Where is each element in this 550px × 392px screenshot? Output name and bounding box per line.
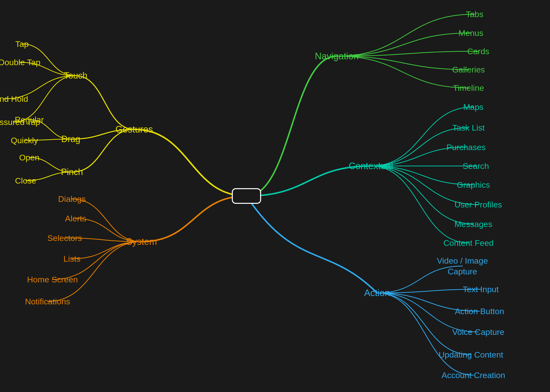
node-label: Drag bbox=[61, 134, 80, 144]
node-label: Maps bbox=[463, 102, 483, 112]
node-label: Lists bbox=[63, 254, 81, 264]
node-label: User Profiles bbox=[455, 200, 502, 209]
node-label: Action bbox=[364, 288, 390, 298]
node-label: Dialogs bbox=[58, 194, 86, 204]
node-label: Cards bbox=[467, 47, 489, 56]
node-label: Account Creation bbox=[442, 371, 505, 380]
node-label: Home Screen bbox=[27, 275, 78, 284]
node-label: Voice Capture bbox=[452, 327, 504, 337]
node-label: System bbox=[126, 237, 157, 247]
node-label: Action Button bbox=[455, 307, 504, 316]
node-label: Galleries bbox=[452, 65, 485, 74]
node-label: Video / ImageCapture bbox=[437, 255, 488, 277]
node-label: Tap and Hold bbox=[0, 94, 28, 104]
node-label: Task List bbox=[452, 123, 485, 133]
node-label: Graphics bbox=[457, 180, 490, 190]
node-label: Messages bbox=[455, 219, 492, 229]
node-label: Tabs bbox=[466, 10, 483, 19]
node-label: Touch bbox=[64, 71, 87, 81]
node-label: Tap bbox=[15, 39, 29, 49]
node-label: Timeline bbox=[453, 83, 484, 93]
node-label: Open bbox=[19, 153, 39, 162]
node-label: Content Feed bbox=[443, 238, 494, 248]
node-label: Double Tap bbox=[0, 58, 41, 67]
node-label: Notifications bbox=[25, 297, 70, 306]
node-label: Menus bbox=[458, 28, 483, 38]
node-label: Search bbox=[463, 161, 489, 171]
node-label: Purchases bbox=[447, 143, 486, 152]
node-label: Contextual bbox=[349, 161, 393, 171]
node-label: Regular bbox=[15, 115, 44, 124]
node-label: Navigation bbox=[315, 51, 359, 62]
node-label: Quickly bbox=[11, 136, 38, 145]
node-label: Updating Content bbox=[439, 350, 503, 360]
node-label: Text Input bbox=[463, 285, 499, 294]
center-node bbox=[232, 188, 261, 204]
node-label: Selectors bbox=[47, 233, 82, 243]
node-label: Close bbox=[15, 176, 36, 186]
node-label: Alerts bbox=[65, 214, 86, 223]
node-label: Pinch bbox=[61, 167, 83, 177]
node-label: Gestures bbox=[115, 124, 153, 135]
